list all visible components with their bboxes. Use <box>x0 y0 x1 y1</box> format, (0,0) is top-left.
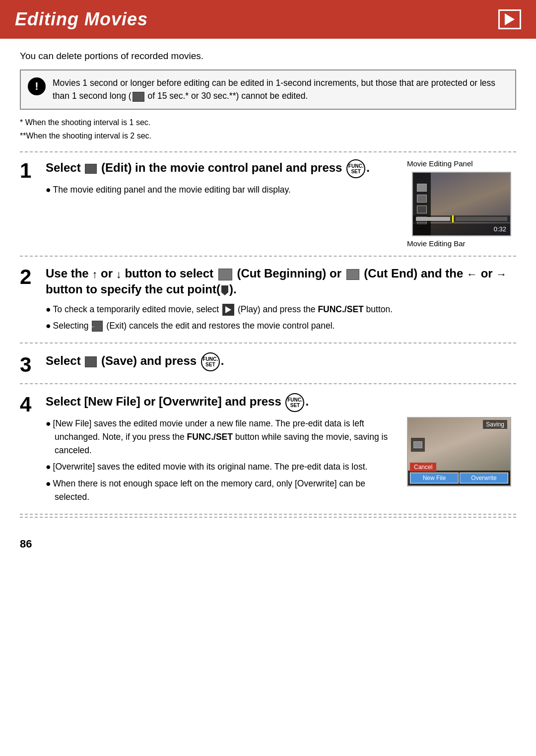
page-number: 86 <box>0 530 536 550</box>
warning-icon: ! <box>28 77 46 95</box>
step-2-bullet-2: Selecting ← (Exit) cancels the edit and … <box>46 319 511 333</box>
footnotes: * When the shooting interval is 1 sec. *… <box>20 116 516 142</box>
play-icon <box>505 13 515 25</box>
down-arrow: ↓ <box>116 267 122 282</box>
movie-editing-panel-label: Movie Editing Panel <box>407 159 473 168</box>
step-3-title: Select (Save) and press FUNC.SET. <box>46 352 511 371</box>
step-4-number: 4 <box>20 393 46 415</box>
func-set-btn-4: FUNC.SET <box>285 393 304 412</box>
step-2-bullets: To check a temporarily edited movie, sel… <box>46 303 511 333</box>
step-1-bullets: The movie editing panel and the movie ed… <box>46 183 402 197</box>
edit-icon <box>85 164 97 174</box>
step-4-content: Select [New File] or [Overwrite] and pre… <box>46 393 516 507</box>
or-text-4: or <box>481 267 493 280</box>
step-4-bullet-2: [Overwrite] saves the edited movie with … <box>46 460 397 474</box>
or-text-3: or <box>330 267 341 280</box>
play-triangle-small <box>225 306 231 313</box>
step-2-bullet-1: To check a temporarily edited movie, sel… <box>46 303 511 316</box>
step-3-number: 3 <box>20 353 46 375</box>
cut-end-icon <box>346 269 359 280</box>
step-1-number: 1 <box>20 159 46 181</box>
left-arrow: ← <box>467 267 477 282</box>
save-options-bar: New File Overwrite <box>408 471 510 485</box>
overwrite-btn[interactable]: Overwrite <box>460 473 508 483</box>
func-set-btn-3: FUNC.SET <box>201 352 220 371</box>
step-4-section: 4 Select [New File] or [Overwrite] and p… <box>20 386 516 515</box>
camera-icon-mock <box>411 438 425 452</box>
image-bar <box>413 215 510 222</box>
or-text-2: or <box>101 267 113 280</box>
cut-beginning-icon <box>218 269 232 280</box>
new-file-btn[interactable]: New File <box>410 473 459 483</box>
step-2-number: 2 <box>20 266 46 287</box>
playback-icon-box <box>498 9 521 29</box>
up-arrow: ↑ <box>92 267 97 282</box>
cut-point-marker <box>221 285 228 295</box>
footnote-1: * When the shooting interval is 1 sec. <box>20 116 516 129</box>
step-2-row: 2 Use the ↑ or ↓ button to select (Cut B… <box>20 259 516 343</box>
warning-text: Movies 1 second or longer before editing… <box>53 76 508 103</box>
step-4-title: Select [New File] or [Overwrite] and pre… <box>46 393 511 412</box>
step-3-section: 3 Select (Save) and press FUNC.SET. <box>20 345 516 384</box>
step-4-bullet-1: [New File] saves the edited movie under … <box>46 417 397 457</box>
saving-label: Saving <box>483 420 507 429</box>
step-4-bullets: [New File] saves the edited movie under … <box>46 417 397 507</box>
or-text-1: or <box>191 91 199 101</box>
movie-editing-bar-label: Movie Editing Bar <box>407 239 466 248</box>
save-icon <box>85 356 97 367</box>
step-1-row: 1 Select (Edit) in the movie control pan… <box>20 152 516 256</box>
step-2-content: Use the ↑ or ↓ button to select (Cut Beg… <box>46 266 516 336</box>
cancel-bar: Cancel <box>410 463 436 472</box>
step-1-images: Movie Editing Panel 0:32 <box>407 159 516 249</box>
save-dialog-image: Saving New File Overwrite Cancel <box>407 417 511 486</box>
footnote-2: **When the shooting interval is 2 sec. <box>20 129 516 142</box>
or-text-5: or <box>143 395 155 408</box>
step-2-section: 2 Use the ↑ or ↓ button to select (Cut B… <box>20 259 516 344</box>
header-bar: Editing Movies <box>0 0 536 39</box>
func-set-btn-1: FUNC.SET <box>346 159 365 178</box>
content-area: You can delete portions of recorded movi… <box>0 39 536 530</box>
step-4-body: [New File] saves the edited movie under … <box>46 417 511 507</box>
page-title: Editing Movies <box>15 9 148 30</box>
step-1-title: Select (Edit) in the movie control panel… <box>46 159 402 178</box>
intro-text: You can delete portions of recorded movi… <box>20 51 516 62</box>
func-set-bold-1: FUNC./SET <box>318 304 363 314</box>
step-1-content: Select (Edit) in the movie control panel… <box>46 159 407 200</box>
func-set-bold-2: FUNC./SET <box>187 432 233 442</box>
exit-icon: ← <box>92 321 103 332</box>
step-4-row: 4 Select [New File] or [Overwrite] and p… <box>20 386 516 514</box>
movie-editing-panel-image: 0:32 <box>412 172 511 236</box>
step-3-content: Select (Save) and press FUNC.SET. <box>46 352 516 376</box>
movie-icon-inline <box>133 92 144 102</box>
step-4-image-area: Saving New File Overwrite Cancel <box>407 417 511 486</box>
step-1-section: 1 Select (Edit) in the movie control pan… <box>20 151 516 257</box>
step-1-bullet-1: The movie editing panel and the movie ed… <box>46 183 402 197</box>
step-3-row: 3 Select (Save) and press FUNC.SET. <box>20 345 516 383</box>
bottom-border <box>20 517 516 518</box>
step-4-bullet-3: When there is not enough space left on t… <box>46 477 397 504</box>
play-icon-small <box>222 304 234 316</box>
step-2-title: Use the ↑ or ↓ button to select (Cut Beg… <box>46 266 511 298</box>
warning-box: ! Movies 1 second or longer before editi… <box>20 69 516 110</box>
right-arrow: → <box>496 267 507 282</box>
image-overlay: 0:32 <box>413 223 510 235</box>
